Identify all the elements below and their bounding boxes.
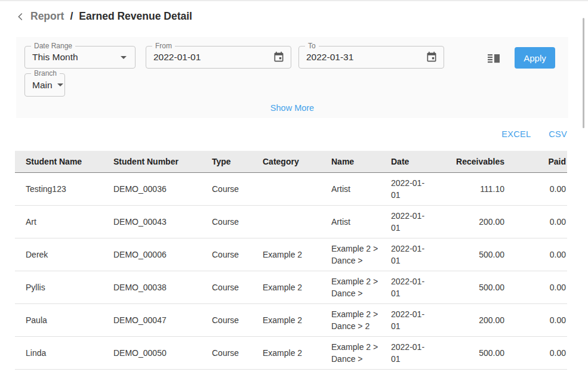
branch-value: Main bbox=[32, 74, 63, 96]
table-cell: 2022-01-01 bbox=[380, 238, 433, 271]
table-cell: Course bbox=[201, 206, 252, 238]
table-cell: 111.10 bbox=[433, 173, 504, 206]
table-row: LindaDEMO_00050CourseExample 2Example 2 … bbox=[15, 337, 567, 370]
table-row: PaulaDEMO_00047CourseExample 2Example 2 … bbox=[15, 304, 567, 337]
table-cell: 2022-01-01 bbox=[380, 304, 433, 337]
report-page: Report / Earned Revenue Detail Date Rang… bbox=[0, 0, 588, 375]
table-cell: Example 2 bbox=[252, 304, 321, 337]
branch-value-text: Main bbox=[32, 80, 53, 91]
column-header: Date bbox=[380, 151, 433, 173]
table-cell: Art bbox=[15, 206, 103, 238]
table-cell: Course bbox=[201, 304, 252, 337]
csv-export-link[interactable]: CSV bbox=[549, 129, 567, 139]
table-cell: Example 2 > Dance > bbox=[321, 337, 380, 370]
filter-panel: Date Range This Month From 2022-01-01 To… bbox=[16, 37, 568, 118]
table-cell: 200.00 bbox=[433, 304, 504, 337]
column-header: Type bbox=[201, 151, 252, 173]
table-cell: Artist bbox=[321, 206, 380, 238]
table-cell: Paula bbox=[15, 304, 103, 337]
table-row: ArtDEMO_00043CourseArtist2022-01-01200.0… bbox=[15, 206, 567, 238]
date-range-select[interactable]: Date Range This Month bbox=[24, 46, 136, 69]
to-date-field[interactable]: To 2022-01-31 bbox=[298, 46, 444, 69]
breadcrumb-separator: / bbox=[70, 10, 73, 23]
from-date-field[interactable]: From 2022-01-01 bbox=[146, 46, 291, 69]
chevron-down-icon bbox=[57, 83, 63, 86]
table-header-row: Student NameStudent NumberTypeCategoryNa… bbox=[15, 151, 567, 173]
column-header: Name bbox=[321, 151, 380, 173]
export-links: EXCEL CSV bbox=[501, 129, 567, 139]
table-cell: 0.00 bbox=[504, 206, 567, 238]
table-cell: Example 2 > Dance > bbox=[321, 238, 380, 271]
to-value: 2022-01-31 bbox=[306, 47, 353, 68]
table-cell: 2022-01-01 bbox=[380, 337, 433, 370]
table-cell: Example 2 bbox=[252, 271, 321, 304]
calendar-icon[interactable] bbox=[426, 51, 438, 63]
table-cell: Example 2 bbox=[252, 238, 321, 271]
table-cell: Course bbox=[201, 173, 252, 206]
table-cell: 2022-01-01 bbox=[380, 173, 433, 206]
table-cell: 0.00 bbox=[504, 173, 567, 206]
page-title: Earned Revenue Detail bbox=[79, 10, 192, 23]
excel-export-link[interactable]: EXCEL bbox=[501, 129, 531, 139]
table-cell: Example 2 bbox=[252, 337, 321, 370]
top-divider bbox=[0, 0, 588, 1]
table-cell: Derek bbox=[15, 238, 103, 271]
table-cell: 2022-01-01 bbox=[380, 206, 433, 238]
table-cell: 500.00 bbox=[433, 337, 504, 370]
show-more-link[interactable]: Show More bbox=[270, 103, 314, 113]
branch-select[interactable]: Branch Main bbox=[24, 73, 65, 97]
vertical-scrollbar[interactable] bbox=[583, 18, 584, 128]
back-button[interactable] bbox=[15, 11, 26, 22]
table-cell bbox=[252, 206, 321, 238]
table-row: PyllisDEMO_00038CourseExample 2Example 2… bbox=[15, 271, 567, 304]
calendar-icon[interactable] bbox=[273, 51, 285, 63]
page-header: Report / Earned Revenue Detail bbox=[15, 10, 192, 23]
table-cell: DEMO_00006 bbox=[103, 238, 201, 271]
column-header: Paid bbox=[504, 151, 567, 173]
table-cell bbox=[252, 173, 321, 206]
from-value: 2022-01-01 bbox=[153, 47, 201, 68]
table-cell: Linda bbox=[15, 337, 103, 370]
table-cell: DEMO_00047 bbox=[103, 304, 201, 337]
table-cell: 0.00 bbox=[504, 337, 567, 370]
table-cell: 0.00 bbox=[504, 304, 567, 337]
column-settings-button[interactable] bbox=[487, 51, 501, 66]
table-body: Testing123DEMO_00036CourseArtist2022-01-… bbox=[15, 173, 567, 370]
table-cell: DEMO_00050 bbox=[103, 337, 201, 370]
column-header: Student Name bbox=[15, 151, 103, 173]
table-cell: Example 2 > Dance > bbox=[321, 271, 380, 304]
table-cell: DEMO_00036 bbox=[103, 173, 201, 206]
table-cell: Course bbox=[201, 337, 252, 370]
table-cell: Testing123 bbox=[15, 173, 103, 206]
date-range-value: This Month bbox=[32, 47, 78, 68]
table-cell: 2022-01-01 bbox=[380, 271, 433, 304]
column-header: Receivables bbox=[433, 151, 504, 173]
chevron-left-icon bbox=[16, 12, 25, 21]
chevron-down-icon bbox=[121, 56, 127, 59]
table-cell: Example 2 > Dance > 2 bbox=[321, 304, 380, 337]
table-cell: DEMO_00038 bbox=[103, 271, 201, 304]
column-header: Student Number bbox=[103, 151, 201, 173]
table-cell: 500.00 bbox=[433, 271, 504, 304]
table-row: Testing123DEMO_00036CourseArtist2022-01-… bbox=[15, 173, 567, 206]
apply-button[interactable]: Apply bbox=[515, 47, 555, 69]
table-cell: DEMO_00043 bbox=[103, 206, 201, 238]
table-row: DerekDEMO_00006CourseExample 2Example 2 … bbox=[15, 238, 567, 271]
table-cell: 500.00 bbox=[433, 238, 504, 271]
table-cell: Course bbox=[201, 238, 252, 271]
vertical-split-icon bbox=[487, 51, 501, 66]
table-cell: 200.00 bbox=[433, 206, 504, 238]
table-cell: Artist bbox=[321, 173, 380, 206]
column-header: Category bbox=[252, 151, 321, 173]
table-cell: 0.00 bbox=[504, 238, 567, 271]
show-more-wrap: Show More bbox=[16, 103, 568, 113]
breadcrumb[interactable]: Report bbox=[30, 10, 64, 23]
table-cell: Pyllis bbox=[15, 271, 103, 304]
table-cell: 0.00 bbox=[504, 271, 567, 304]
table-cell: Course bbox=[201, 271, 252, 304]
earned-revenue-table: Student NameStudent NumberTypeCategoryNa… bbox=[15, 151, 567, 370]
